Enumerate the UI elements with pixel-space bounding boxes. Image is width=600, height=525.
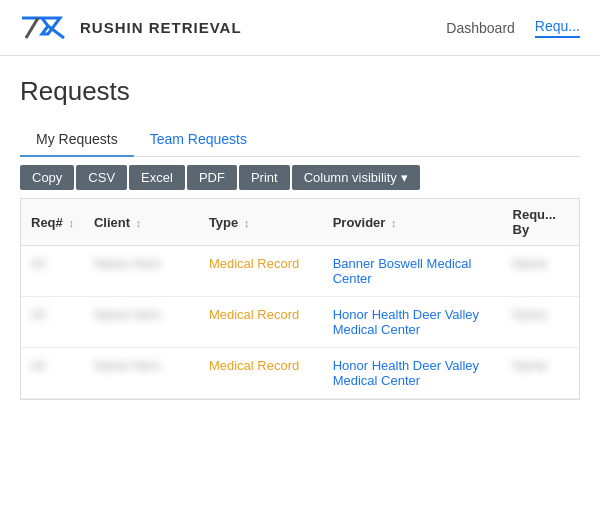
sort-icon-type: ↕ xyxy=(244,217,250,229)
cell-type: Medical Record xyxy=(199,297,323,348)
cell-reqby: Name xyxy=(503,246,580,297)
cell-provider[interactable]: Honor Health Deer Valley Medical Center xyxy=(323,348,503,399)
chevron-down-icon: ▾ xyxy=(401,170,408,185)
cell-req: ## xyxy=(21,297,84,348)
requests-table: Req# ↕ Client ↕ Type ↕ Provider ↕ Requ..… xyxy=(21,199,580,399)
table-body: ##Name HereMedical RecordBanner Boswell … xyxy=(21,246,580,399)
pdf-button[interactable]: PDF xyxy=(187,165,237,190)
cell-reqby: Name xyxy=(503,297,580,348)
svg-line-2 xyxy=(26,18,38,38)
cell-client: Name Here xyxy=(84,297,199,348)
cell-client: Name Here xyxy=(84,348,199,399)
tab-team-requests[interactable]: Team Requests xyxy=(134,123,263,157)
cell-provider[interactable]: Banner Boswell Medical Center xyxy=(323,246,503,297)
cell-reqby: Name xyxy=(503,348,580,399)
cell-req: ## xyxy=(21,246,84,297)
sort-icon-req: ↕ xyxy=(68,217,74,229)
col-header-type[interactable]: Type ↕ xyxy=(199,199,323,246)
tabs-container: My Requests Team Requests xyxy=(20,123,580,157)
page-content: Requests My Requests Team Requests Copy … xyxy=(0,56,600,400)
tab-my-requests[interactable]: My Requests xyxy=(20,123,134,157)
table-row: ##Name HereMedical RecordBanner Boswell … xyxy=(21,246,580,297)
col-header-provider[interactable]: Provider ↕ xyxy=(323,199,503,246)
sort-icon-client: ↕ xyxy=(136,217,142,229)
nav-requests[interactable]: Requ... xyxy=(535,18,580,38)
brand-name: RUSHIN RETRIEVAL xyxy=(80,19,242,36)
table-row: ##Name HereMedical RecordHonor Health De… xyxy=(21,348,580,399)
header: RUSHIN RETRIEVAL Dashboard Requ... xyxy=(0,0,600,56)
table-row: ##Name HereMedical RecordHonor Health De… xyxy=(21,297,580,348)
excel-button[interactable]: Excel xyxy=(129,165,185,190)
cell-type: Medical Record xyxy=(199,348,323,399)
cell-type: Medical Record xyxy=(199,246,323,297)
col-header-client[interactable]: Client ↕ xyxy=(84,199,199,246)
cell-req: ## xyxy=(21,348,84,399)
nav-dashboard[interactable]: Dashboard xyxy=(446,20,515,36)
table-header-row: Req# ↕ Client ↕ Type ↕ Provider ↕ Requ..… xyxy=(21,199,580,246)
column-visibility-button[interactable]: Column visibility ▾ xyxy=(292,165,420,190)
csv-button[interactable]: CSV xyxy=(76,165,127,190)
nav-links: Dashboard Requ... xyxy=(446,18,580,38)
col-header-req[interactable]: Req# ↕ xyxy=(21,199,84,246)
data-toolbar: Copy CSV Excel PDF Print Column visibili… xyxy=(20,157,580,198)
print-button[interactable]: Print xyxy=(239,165,290,190)
copy-button[interactable]: Copy xyxy=(20,165,74,190)
sort-icon-provider: ↕ xyxy=(391,217,397,229)
requests-table-wrapper: Req# ↕ Client ↕ Type ↕ Provider ↕ Requ..… xyxy=(20,198,580,400)
brand-logo-icon xyxy=(20,10,70,46)
logo-area: RUSHIN RETRIEVAL xyxy=(20,10,446,46)
page-title: Requests xyxy=(20,76,580,107)
cell-client: Name Here xyxy=(84,246,199,297)
col-header-reqby[interactable]: Requ...By xyxy=(503,199,580,246)
cell-provider[interactable]: Honor Health Deer Valley Medical Center xyxy=(323,297,503,348)
